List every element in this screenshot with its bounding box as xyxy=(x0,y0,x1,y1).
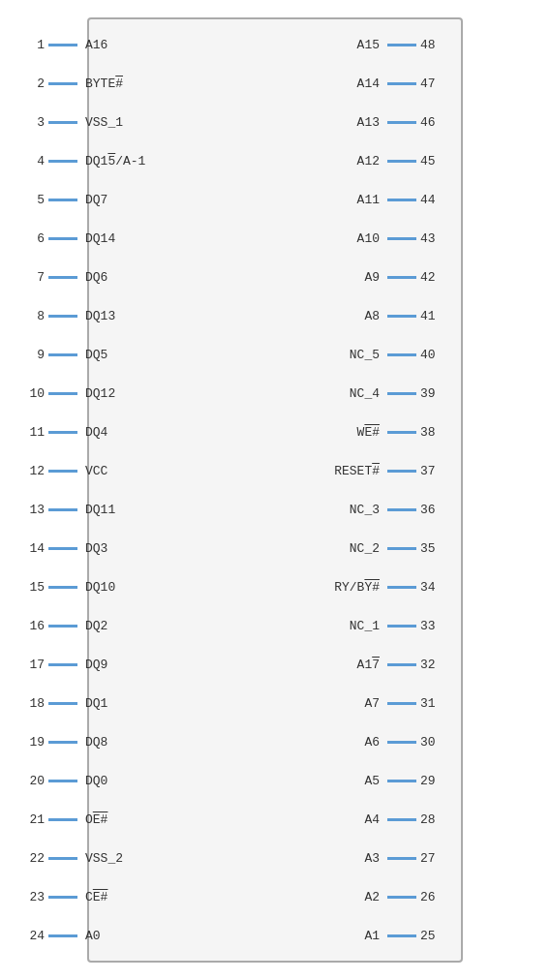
pin-row: 4 DQ15/A-1 A12 45 xyxy=(0,142,550,179)
pin-row: 1 A16 A15 48 xyxy=(0,26,550,63)
pin-row: 23 CE# A2 26 xyxy=(0,878,550,915)
pin-line-left xyxy=(48,44,77,46)
pin-line-left xyxy=(48,276,77,279)
pin-row: 24 A0 A1 25 xyxy=(0,917,550,954)
pin-line-right xyxy=(387,44,416,46)
pin-num-left: 15 xyxy=(0,580,48,595)
pin-label-left: DQ7 xyxy=(77,193,232,207)
pin-line-left xyxy=(48,741,77,744)
pin-num-right: 42 xyxy=(416,270,465,285)
pin-line-right xyxy=(387,934,416,937)
pin-line-right xyxy=(387,547,416,550)
pin-line-left xyxy=(48,121,77,124)
pin-label-left: DQ3 xyxy=(77,541,232,556)
pin-num-left: 20 xyxy=(0,774,48,788)
pin-row: 2 BYTE# A14 47 xyxy=(0,65,550,102)
pin-label-left: DQ11 xyxy=(77,503,232,517)
pin-label-left: DQ0 xyxy=(77,774,232,788)
pin-row: 7 DQ6 A9 42 xyxy=(0,259,550,295)
pin-line-left xyxy=(48,237,77,240)
pin-line-right xyxy=(387,857,416,860)
pin-line-right xyxy=(387,625,416,628)
pin-line-right xyxy=(387,276,416,279)
pin-num-right: 32 xyxy=(416,658,465,672)
pin-label-right: NC_1 xyxy=(232,619,387,633)
pin-line-right xyxy=(387,818,416,821)
pin-line-right xyxy=(387,121,416,124)
pin-num-left: 10 xyxy=(0,386,48,401)
pin-row: 21 OE# A4 28 xyxy=(0,801,550,838)
pin-num-right: 35 xyxy=(416,541,465,556)
pin-line-right xyxy=(387,315,416,318)
pin-line-left xyxy=(48,431,77,434)
pin-line-left xyxy=(48,586,77,589)
pin-label-right: A9 xyxy=(232,270,387,285)
pin-line-left xyxy=(48,315,77,318)
pin-num-left: 8 xyxy=(0,309,48,323)
pin-label-left: DQ5 xyxy=(77,348,232,362)
pin-label-left: DQ8 xyxy=(77,735,232,750)
pin-line-left xyxy=(48,663,77,666)
pin-num-right: 25 xyxy=(416,929,465,943)
pin-num-right: 36 xyxy=(416,503,465,517)
pin-row: 13 DQ11 NC_3 36 xyxy=(0,491,550,528)
pin-line-right xyxy=(387,82,416,85)
pin-label-left: DQ2 xyxy=(77,619,232,633)
pin-row: 16 DQ2 NC_1 33 xyxy=(0,607,550,644)
pin-num-left: 22 xyxy=(0,851,48,866)
pin-num-left: 9 xyxy=(0,348,48,362)
pin-num-right: 33 xyxy=(416,619,465,633)
pin-line-right xyxy=(387,741,416,744)
pin-line-left xyxy=(48,160,77,163)
pin-num-right: 40 xyxy=(416,348,465,362)
pin-row: 14 DQ3 NC_2 35 xyxy=(0,530,550,567)
pin-row: 3 VSS_1 A13 46 xyxy=(0,104,550,140)
pin-num-left: 19 xyxy=(0,735,48,750)
pin-row: 15 DQ10 RY/BY# 34 xyxy=(0,568,550,605)
pin-label-right: A3 xyxy=(232,851,387,866)
pin-label-right: RY/BY# xyxy=(232,580,387,595)
pin-label-right: RESET# xyxy=(232,464,387,478)
pin-line-right xyxy=(387,237,416,240)
pin-label-right: NC_3 xyxy=(232,503,387,517)
pin-row: 11 DQ4 WE# 38 xyxy=(0,413,550,450)
pin-num-left: 23 xyxy=(0,890,48,904)
pin-num-right: 31 xyxy=(416,696,465,711)
pin-line-right xyxy=(387,586,416,589)
pin-line-right xyxy=(387,896,416,899)
pin-label-left: DQ14 xyxy=(77,231,232,246)
pin-line-right xyxy=(387,353,416,356)
pin-num-right: 34 xyxy=(416,580,465,595)
pin-label-left: DQ4 xyxy=(77,425,232,440)
pin-line-left xyxy=(48,818,77,821)
pin-row: 17 DQ9 A17 32 xyxy=(0,646,550,683)
pin-num-right: 28 xyxy=(416,812,465,827)
pin-num-right: 29 xyxy=(416,774,465,788)
pin-row: 6 DQ14 A10 43 xyxy=(0,220,550,257)
pin-num-right: 47 xyxy=(416,77,465,91)
pin-num-left: 16 xyxy=(0,619,48,633)
pin-label-right: A13 xyxy=(232,115,387,130)
ic-diagram: 1 A16 A15 48 2 BYTE# A14 47 3 VSS_1 A13 … xyxy=(0,0,550,980)
pin-label-right: A4 xyxy=(232,812,387,827)
pin-label-left: DQ15/A-1 xyxy=(77,154,232,168)
pin-line-left xyxy=(48,199,77,201)
pin-label-left: DQ13 xyxy=(77,309,232,323)
pin-label-right: A17 xyxy=(232,658,387,672)
pin-line-left xyxy=(48,470,77,473)
pin-row: 9 DQ5 NC_5 40 xyxy=(0,336,550,373)
pin-label-left: DQ6 xyxy=(77,270,232,285)
pin-line-left xyxy=(48,82,77,85)
pin-label-left: DQ9 xyxy=(77,658,232,672)
pin-label-right: A7 xyxy=(232,696,387,711)
pin-label-left: DQ1 xyxy=(77,696,232,711)
pin-num-left: 5 xyxy=(0,193,48,207)
pin-label-left: BYTE# xyxy=(77,77,232,91)
pin-line-left xyxy=(48,857,77,860)
pin-line-left xyxy=(48,780,77,782)
pin-label-left: OE# xyxy=(77,812,232,827)
pin-label-right: WE# xyxy=(232,425,387,440)
pins-wrapper: 1 A16 A15 48 2 BYTE# A14 47 3 VSS_1 A13 … xyxy=(0,17,550,963)
pin-num-right: 48 xyxy=(416,38,465,52)
pin-num-left: 13 xyxy=(0,503,48,517)
